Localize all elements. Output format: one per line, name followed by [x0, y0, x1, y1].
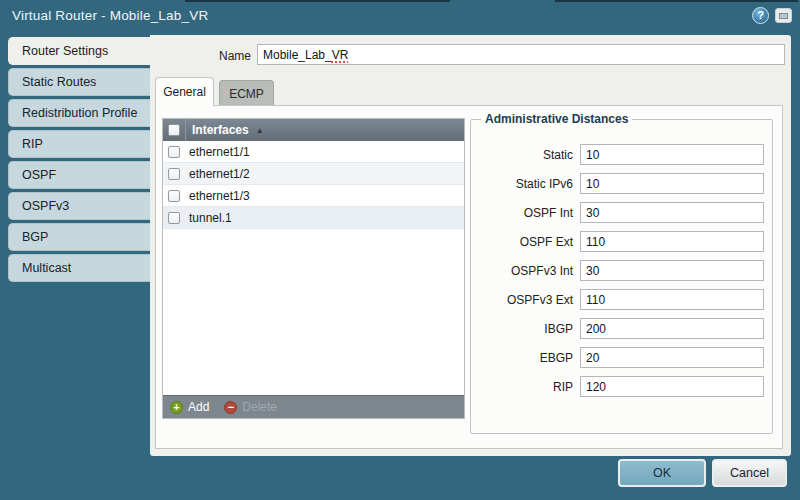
interface-name: ethernet1/2: [189, 167, 250, 181]
main-panel: Name Mobile_Lab_VR General ECMP Interfac…: [150, 35, 791, 456]
background-artifact: [185, 0, 450, 2]
admin-distance-row: OSPFv3 Int: [475, 260, 768, 281]
admin-distance-input[interactable]: [580, 260, 764, 281]
sidebar-item[interactable]: Multicast: [8, 254, 150, 282]
interfaces-table: Interfaces ▲ ethernet1/1 ethernet1/2: [162, 118, 465, 419]
sidebar-item[interactable]: OSPF: [8, 161, 150, 189]
admin-distance-row: Static IPv6: [475, 173, 768, 194]
admin-distance-input[interactable]: [580, 289, 764, 310]
admin-distance-label: OSPFv3 Int: [475, 264, 573, 278]
tab-general[interactable]: General: [155, 77, 214, 106]
admin-distance-label: EBGP: [475, 351, 573, 365]
interfaces-table-footer: + Add − Delete: [163, 395, 464, 418]
admin-distance-input[interactable]: [580, 318, 764, 339]
virtual-router-dialog: Virtual Router - Mobile_Lab_VR ? Router …: [0, 0, 800, 500]
cancel-button[interactable]: Cancel: [712, 459, 787, 487]
add-button-label: Add: [188, 400, 209, 414]
select-all-checkbox[interactable]: [168, 124, 180, 136]
interface-row[interactable]: ethernet1/1: [163, 141, 464, 163]
admin-distance-input[interactable]: [580, 347, 764, 368]
sort-ascending-icon: ▲: [256, 126, 264, 135]
admin-distance-label: RIP: [475, 380, 573, 394]
window-icon-inner: [779, 13, 788, 19]
interface-name: tunnel.1: [189, 211, 232, 225]
column-separator: [185, 119, 186, 141]
sidebar-item[interactable]: Static Routes: [8, 68, 150, 96]
sidebar-item[interactable]: OSPFv3: [8, 192, 150, 220]
interface-name: ethernet1/3: [189, 189, 250, 203]
interface-row[interactable]: ethernet1/2: [163, 163, 464, 185]
administrative-distances-legend: Administrative Distances: [481, 112, 632, 126]
ok-button[interactable]: OK: [618, 459, 706, 487]
admin-distance-label: OSPF Ext: [475, 235, 573, 249]
delete-button[interactable]: − Delete: [224, 400, 277, 414]
admin-distance-input[interactable]: [580, 173, 764, 194]
admin-distance-input[interactable]: [580, 376, 764, 397]
spellcheck-squiggle: [331, 61, 348, 63]
minus-icon: −: [224, 401, 237, 414]
admin-distance-row: OSPFv3 Ext: [475, 289, 768, 310]
sidebar-nav: Router Settings Static Routes Redistribu…: [8, 37, 150, 282]
row-checkbox[interactable]: [168, 146, 180, 158]
admin-distance-input[interactable]: [580, 144, 764, 165]
general-tab-content: Interfaces ▲ ethernet1/1 ethernet1/2: [155, 105, 783, 449]
plus-icon: +: [170, 401, 183, 414]
interfaces-column-label: Interfaces: [192, 123, 249, 137]
admin-distance-row: Static: [475, 144, 768, 165]
sidebar-item[interactable]: Redistribution Profile: [8, 99, 150, 127]
interface-row[interactable]: ethernet1/3: [163, 185, 464, 207]
delete-button-label: Delete: [242, 400, 277, 414]
row-checkbox[interactable]: [168, 190, 180, 202]
admin-distance-row: EBGP: [475, 347, 768, 368]
help-icon[interactable]: ?: [752, 7, 769, 24]
admin-distance-row: OSPF Int: [475, 202, 768, 223]
admin-distance-label: Static IPv6: [475, 177, 573, 191]
name-input[interactable]: Mobile_Lab_VR: [257, 44, 785, 65]
row-checkbox[interactable]: [168, 168, 180, 180]
admin-distance-label: IBGP: [475, 322, 573, 336]
name-label: Name: [171, 49, 251, 63]
admin-distance-label: Static: [475, 148, 573, 162]
tab-ecmp[interactable]: ECMP: [219, 80, 274, 106]
admin-distance-row: RIP: [475, 376, 768, 397]
row-checkbox[interactable]: [168, 212, 180, 224]
admin-distance-input[interactable]: [580, 202, 764, 223]
admin-distance-input[interactable]: [580, 231, 764, 252]
interface-row[interactable]: tunnel.1: [163, 207, 464, 229]
sidebar-item[interactable]: BGP: [8, 223, 150, 251]
admin-distance-row: IBGP: [475, 318, 768, 339]
add-button[interactable]: + Add: [170, 400, 209, 414]
interface-name: ethernet1/1: [189, 145, 250, 159]
interfaces-table-header[interactable]: Interfaces ▲: [163, 119, 464, 141]
dialog-title: Virtual Router - Mobile_Lab_VR: [12, 8, 208, 23]
sidebar-item[interactable]: Router Settings: [8, 37, 150, 65]
sidebar-item[interactable]: RIP: [8, 130, 150, 158]
name-value: Mobile_Lab_VR: [263, 48, 348, 62]
interfaces-table-body: ethernet1/1 ethernet1/2 ethernet1/3: [163, 141, 464, 395]
admin-distance-row: OSPF Ext: [475, 231, 768, 252]
admin-distance-label: OSPFv3 Ext: [475, 293, 573, 307]
admin-distance-label: OSPF Int: [475, 206, 573, 220]
administrative-distances-group: Administrative Distances Static Static I…: [470, 112, 773, 434]
background-artifact: [555, 0, 798, 2]
window-icon[interactable]: [775, 8, 792, 23]
